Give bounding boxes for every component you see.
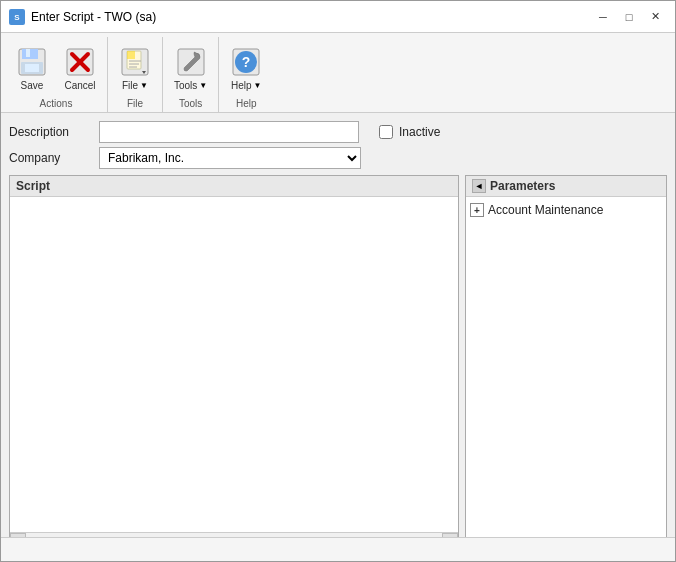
description-label: Description — [9, 125, 99, 139]
account-maintenance-label: Account Maintenance — [488, 203, 603, 217]
script-panel: Script ◄ ► — [9, 175, 459, 549]
tree-item-account-maintenance[interactable]: + Account Maintenance — [470, 201, 662, 219]
collapse-button[interactable]: ◄ — [472, 179, 486, 193]
toolbar-actions-buttons: Save Cancel — [9, 37, 103, 96]
file-label: File — [122, 80, 138, 91]
save-icon — [16, 46, 48, 78]
toolbar-group-help: ? Help ▼ Help — [219, 37, 273, 112]
script-panel-header: Script — [10, 176, 458, 197]
toolbar-file-buttons: File ▼ — [112, 37, 158, 96]
toolbar-group-tools: Tools ▼ Tools — [163, 37, 219, 112]
save-label: Save — [21, 80, 44, 91]
main-content: Description Inactive Company Fabrikam, I… — [1, 113, 675, 561]
parameters-panel: ◄ Parameters + Account Maintenance — [465, 175, 667, 549]
cancel-icon — [64, 46, 96, 78]
save-button[interactable]: Save — [9, 41, 55, 96]
description-row: Description Inactive — [9, 121, 667, 143]
tools-icon — [175, 46, 207, 78]
toolbar: Save Cancel Actions — [1, 33, 675, 113]
description-input[interactable] — [99, 121, 359, 143]
toolbar-tools-buttons: Tools ▼ — [167, 37, 214, 96]
company-label: Company — [9, 151, 99, 165]
tools-dropdown-arrow: ▼ — [199, 81, 207, 90]
svg-text:S: S — [14, 13, 20, 22]
title-bar-left: S Enter Script - TWO (sa) — [9, 9, 156, 25]
file-icon — [119, 46, 151, 78]
parameters-content: + Account Maintenance — [466, 197, 666, 223]
tools-group-label: Tools — [167, 96, 214, 113]
inactive-label: Inactive — [399, 125, 440, 139]
script-textarea[interactable] — [10, 197, 458, 532]
help-icon: ? — [230, 46, 262, 78]
tree-expand-icon[interactable]: + — [470, 203, 484, 217]
app-icon: S — [9, 9, 25, 25]
help-group-label: Help — [223, 96, 269, 113]
parameters-label: Parameters — [490, 179, 555, 193]
file-dropdown-arrow: ▼ — [140, 81, 148, 90]
svg-text:?: ? — [242, 54, 251, 70]
inactive-area: Inactive — [379, 125, 440, 139]
actions-group-label: Actions — [9, 96, 103, 113]
company-row: Company Fabrikam, Inc. Company A Company… — [9, 147, 667, 169]
svg-rect-6 — [25, 64, 39, 72]
toolbar-help-buttons: ? Help ▼ — [223, 37, 269, 96]
close-button[interactable]: ✕ — [643, 7, 667, 27]
company-select[interactable]: Fabrikam, Inc. Company A Company B — [99, 147, 361, 169]
help-button[interactable]: ? Help ▼ — [223, 41, 269, 96]
minimize-button[interactable]: ─ — [591, 7, 615, 27]
svg-point-18 — [184, 67, 188, 71]
main-window: S Enter Script - TWO (sa) ─ □ ✕ — [0, 0, 676, 562]
tools-label: Tools — [174, 80, 197, 91]
status-bar — [1, 537, 675, 561]
help-label: Help — [231, 80, 252, 91]
tools-button[interactable]: Tools ▼ — [167, 41, 214, 96]
svg-rect-12 — [127, 51, 135, 59]
svg-rect-4 — [26, 49, 30, 57]
toolbar-group-actions: Save Cancel Actions — [5, 37, 108, 112]
toolbar-group-file: File ▼ File — [108, 37, 163, 112]
panels-container: Script ◄ ► ◄ Parameters + — [9, 175, 667, 549]
help-dropdown-arrow: ▼ — [254, 81, 262, 90]
maximize-button[interactable]: □ — [617, 7, 641, 27]
file-button[interactable]: File ▼ — [112, 41, 158, 96]
parameters-panel-header: ◄ Parameters — [466, 176, 666, 197]
title-bar: S Enter Script - TWO (sa) ─ □ ✕ — [1, 1, 675, 33]
title-bar-controls: ─ □ ✕ — [591, 7, 667, 27]
inactive-checkbox[interactable] — [379, 125, 393, 139]
file-group-label: File — [112, 96, 158, 113]
cancel-label: Cancel — [64, 80, 95, 91]
cancel-button[interactable]: Cancel — [57, 41, 103, 96]
title-text: Enter Script - TWO (sa) — [31, 10, 156, 24]
